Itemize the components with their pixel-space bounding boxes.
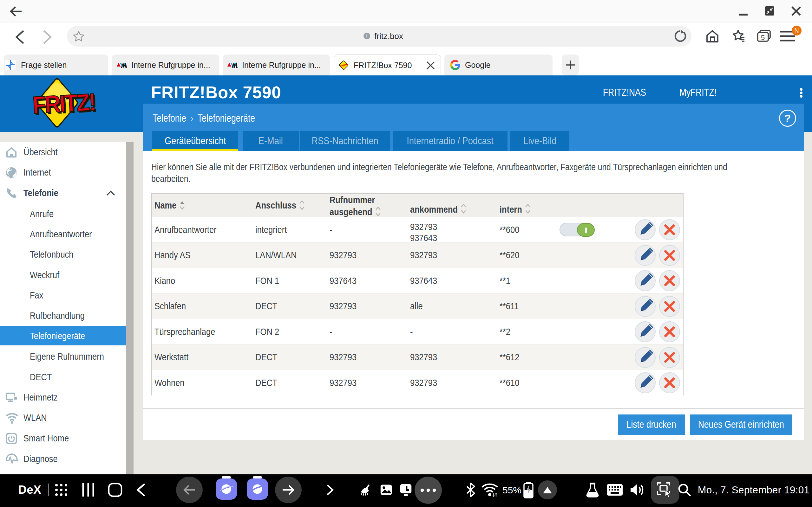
svg-text:FRITZ!: FRITZ!	[32, 89, 96, 118]
svg-text:5: 5	[761, 34, 765, 42]
svg-text:FRITZ!: FRITZ!	[340, 64, 348, 67]
